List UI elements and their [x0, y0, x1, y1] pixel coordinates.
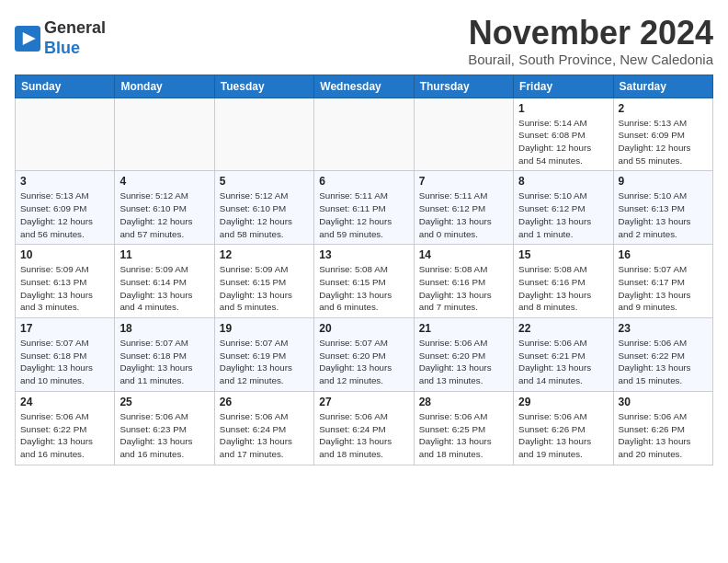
day-number: 12 [220, 248, 309, 261]
day-number: 6 [319, 175, 408, 188]
calendar-cell: 29Sunrise: 5:06 AMSunset: 6:26 PMDayligh… [514, 391, 613, 465]
day-detail: Sunrise: 5:13 AMSunset: 6:09 PMDaylight:… [20, 190, 109, 240]
calendar-cell: 9Sunrise: 5:10 AMSunset: 6:13 PMDaylight… [613, 171, 712, 245]
day-detail: Sunrise: 5:09 AMSunset: 6:15 PMDaylight:… [220, 263, 309, 314]
calendar-cell: 4Sunrise: 5:12 AMSunset: 6:10 PMDaylight… [115, 171, 214, 245]
calendar-cell: 18Sunrise: 5:07 AMSunset: 6:18 PMDayligh… [115, 318, 214, 392]
calendar-cell: 30Sunrise: 5:06 AMSunset: 6:26 PMDayligh… [613, 391, 712, 465]
column-header-monday: Monday [115, 75, 214, 98]
calendar-cell: 23Sunrise: 5:06 AMSunset: 6:22 PMDayligh… [613, 318, 712, 392]
day-detail: Sunrise: 5:12 AMSunset: 6:10 PMDaylight:… [220, 190, 309, 240]
calendar-subtitle: Bourail, South Province, New Caledonia [468, 52, 713, 67]
day-detail: Sunrise: 5:06 AMSunset: 6:21 PMDaylight:… [518, 337, 608, 387]
calendar-week-2: 3Sunrise: 5:13 AMSunset: 6:09 PMDaylight… [16, 171, 713, 245]
day-detail: Sunrise: 5:07 AMSunset: 6:18 PMDaylight:… [119, 337, 209, 387]
calendar-cell: 20Sunrise: 5:07 AMSunset: 6:20 PMDayligh… [314, 318, 414, 392]
calendar-cell [16, 98, 115, 171]
calendar-cell [314, 98, 414, 171]
calendar-cell [214, 98, 313, 171]
calendar-cell [115, 98, 214, 171]
day-number: 17 [20, 322, 109, 335]
day-detail: Sunrise: 5:06 AMSunset: 6:22 PMDaylight:… [619, 337, 708, 387]
day-detail: Sunrise: 5:07 AMSunset: 6:17 PMDaylight:… [619, 263, 708, 314]
day-number: 4 [119, 175, 209, 188]
day-number: 8 [518, 175, 608, 188]
day-detail: Sunrise: 5:06 AMSunset: 6:20 PMDaylight:… [419, 337, 508, 387]
day-detail: Sunrise: 5:08 AMSunset: 6:15 PMDaylight:… [319, 263, 408, 314]
calendar-week-4: 17Sunrise: 5:07 AMSunset: 6:18 PMDayligh… [16, 318, 713, 392]
day-number: 27 [319, 396, 408, 408]
day-detail: Sunrise: 5:09 AMSunset: 6:14 PMDaylight:… [119, 263, 209, 314]
logo-general: General [44, 18, 106, 37]
day-number: 15 [518, 248, 608, 261]
calendar-cell: 2Sunrise: 5:13 AMSunset: 6:09 PMDaylight… [613, 98, 712, 171]
calendar-cell: 15Sunrise: 5:08 AMSunset: 6:16 PMDayligh… [514, 245, 613, 318]
day-number: 20 [319, 322, 408, 335]
day-detail: Sunrise: 5:10 AMSunset: 6:13 PMDaylight:… [619, 190, 708, 240]
day-number: 2 [619, 102, 708, 115]
day-detail: Sunrise: 5:07 AMSunset: 6:20 PMDaylight:… [319, 337, 408, 387]
day-number: 5 [220, 175, 309, 188]
calendar-cell: 6Sunrise: 5:11 AMSunset: 6:11 PMDaylight… [314, 171, 414, 245]
column-header-friday: Friday [514, 75, 613, 98]
day-detail: Sunrise: 5:11 AMSunset: 6:11 PMDaylight:… [319, 190, 408, 240]
calendar-cell: 10Sunrise: 5:09 AMSunset: 6:13 PMDayligh… [16, 245, 115, 318]
calendar-cell: 28Sunrise: 5:06 AMSunset: 6:25 PMDayligh… [414, 391, 513, 465]
day-number: 23 [619, 322, 708, 335]
calendar-cell: 24Sunrise: 5:06 AMSunset: 6:22 PMDayligh… [16, 391, 115, 465]
day-number: 25 [119, 396, 209, 408]
day-number: 9 [619, 175, 708, 188]
day-number: 1 [518, 102, 608, 115]
calendar-cell: 16Sunrise: 5:07 AMSunset: 6:17 PMDayligh… [613, 245, 712, 318]
calendar-cell [414, 98, 513, 171]
day-number: 18 [119, 322, 209, 335]
calendar-cell: 27Sunrise: 5:06 AMSunset: 6:24 PMDayligh… [314, 391, 414, 465]
calendar-cell: 12Sunrise: 5:09 AMSunset: 6:15 PMDayligh… [214, 245, 313, 318]
day-number: 30 [619, 396, 708, 408]
calendar-cell: 17Sunrise: 5:07 AMSunset: 6:18 PMDayligh… [16, 318, 115, 392]
column-header-saturday: Saturday [613, 75, 712, 98]
day-detail: Sunrise: 5:08 AMSunset: 6:16 PMDaylight:… [518, 263, 608, 314]
day-detail: Sunrise: 5:06 AMSunset: 6:26 PMDaylight:… [619, 410, 708, 461]
calendar-cell: 11Sunrise: 5:09 AMSunset: 6:14 PMDayligh… [115, 245, 214, 318]
column-header-tuesday: Tuesday [214, 75, 313, 98]
day-detail: Sunrise: 5:12 AMSunset: 6:10 PMDaylight:… [119, 190, 209, 240]
day-number: 24 [20, 396, 109, 408]
day-number: 16 [619, 248, 708, 261]
day-number: 13 [319, 248, 408, 261]
calendar-cell: 22Sunrise: 5:06 AMSunset: 6:21 PMDayligh… [514, 318, 613, 392]
logo-icon [15, 26, 40, 52]
calendar-cell: 7Sunrise: 5:11 AMSunset: 6:12 PMDaylight… [414, 171, 513, 245]
calendar-cell: 14Sunrise: 5:08 AMSunset: 6:16 PMDayligh… [414, 245, 513, 318]
column-header-thursday: Thursday [414, 75, 513, 98]
logo-blue: Blue [44, 39, 80, 57]
calendar-cell: 1Sunrise: 5:14 AMSunset: 6:08 PMDaylight… [514, 98, 613, 171]
day-number: 14 [419, 248, 508, 261]
day-detail: Sunrise: 5:07 AMSunset: 6:18 PMDaylight:… [20, 337, 109, 387]
calendar-header-row: SundayMondayTuesdayWednesdayThursdayFrid… [16, 75, 713, 98]
calendar-cell: 19Sunrise: 5:07 AMSunset: 6:19 PMDayligh… [214, 318, 313, 392]
day-detail: Sunrise: 5:08 AMSunset: 6:16 PMDaylight:… [419, 263, 508, 314]
calendar-week-1: 1Sunrise: 5:14 AMSunset: 6:08 PMDaylight… [16, 98, 713, 171]
day-detail: Sunrise: 5:06 AMSunset: 6:24 PMDaylight:… [220, 410, 309, 461]
title-block: November 2024 Bourail, South Province, N… [468, 15, 713, 67]
day-number: 11 [119, 248, 209, 261]
day-detail: Sunrise: 5:14 AMSunset: 6:08 PMDaylight:… [518, 117, 608, 167]
calendar-cell: 25Sunrise: 5:06 AMSunset: 6:23 PMDayligh… [115, 391, 214, 465]
day-detail: Sunrise: 5:06 AMSunset: 6:22 PMDaylight:… [20, 410, 109, 461]
page-header: General Blue November 2024 Bourail, Sout… [15, 15, 713, 67]
calendar-cell: 26Sunrise: 5:06 AMSunset: 6:24 PMDayligh… [214, 391, 313, 465]
day-number: 28 [419, 396, 508, 408]
calendar-week-5: 24Sunrise: 5:06 AMSunset: 6:22 PMDayligh… [16, 391, 713, 465]
calendar-cell: 5Sunrise: 5:12 AMSunset: 6:10 PMDaylight… [214, 171, 313, 245]
calendar-title: November 2024 [468, 15, 713, 52]
day-number: 29 [518, 396, 608, 408]
day-number: 21 [419, 322, 508, 335]
calendar-cell: 13Sunrise: 5:08 AMSunset: 6:15 PMDayligh… [314, 245, 414, 318]
day-detail: Sunrise: 5:06 AMSunset: 6:25 PMDaylight:… [419, 410, 508, 461]
day-number: 7 [419, 175, 508, 188]
day-detail: Sunrise: 5:11 AMSunset: 6:12 PMDaylight:… [419, 190, 508, 240]
day-number: 26 [220, 396, 309, 408]
calendar-cell: 21Sunrise: 5:06 AMSunset: 6:20 PMDayligh… [414, 318, 513, 392]
column-header-sunday: Sunday [16, 75, 115, 98]
